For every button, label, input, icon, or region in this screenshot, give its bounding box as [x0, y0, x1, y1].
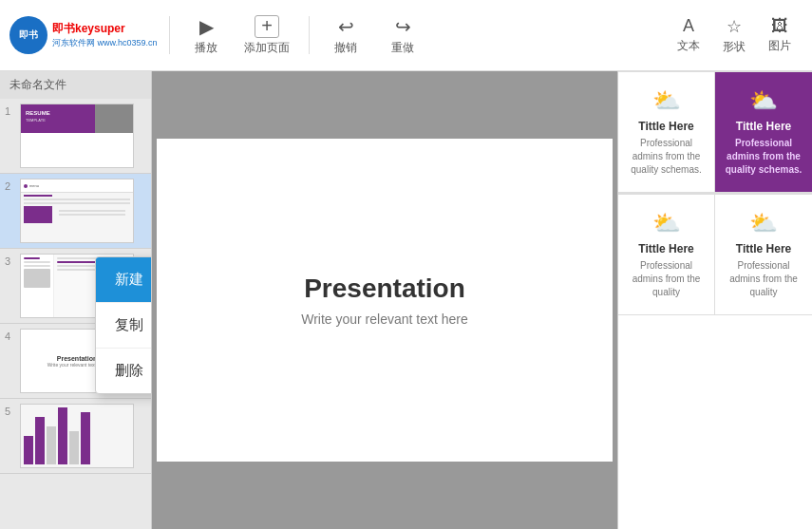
- panel-cell-title-4: Tittle Here: [736, 242, 791, 255]
- canvas-area[interactable]: Presentation Write your relevant text he…: [152, 71, 617, 529]
- main-area: 未命名文件 1 RESUME TEMPLATE 2 menu: [0, 71, 812, 529]
- cloud-icon-3: ⛅: [652, 210, 681, 236]
- slide-thumb-1: RESUME TEMPLATE: [20, 104, 134, 168]
- panel-cell-text-2: Professional admins from the quality sch…: [725, 137, 803, 177]
- file-title: 未命名文件: [0, 71, 151, 99]
- add-page-button[interactable]: + 添加页面: [244, 15, 290, 56]
- play-icon: ▶: [199, 15, 214, 38]
- shape-icon: ☆: [727, 16, 742, 37]
- context-menu-item-copy[interactable]: 复制: [96, 303, 152, 349]
- undo-button[interactable]: ↩ 撤销: [334, 15, 357, 56]
- slide-item-2[interactable]: 2 menu: [0, 174, 151, 249]
- context-menu: 新建 复制 删除: [95, 256, 152, 394]
- slide-thumb-5: [20, 404, 134, 468]
- canvas-subtitle: Write your relevant text here: [301, 312, 468, 327]
- canvas-title: Presentation: [304, 274, 465, 304]
- panel-row-1: ⛅ Tittle Here Professional admins from t…: [618, 72, 812, 194]
- slide-panel: 未命名文件 1 RESUME TEMPLATE 2 menu: [0, 71, 152, 529]
- logo-area: 即书 即书keysuper 河东软件网 www.hc0359.cn: [9, 16, 161, 54]
- slide-canvas: Presentation Write your relevant text he…: [157, 139, 613, 462]
- right-tools: A 文本 ☆ 形状 🖼 图片: [666, 16, 803, 55]
- panel-cell-2[interactable]: ⛅ Tittle Here Professional admins from t…: [715, 72, 812, 193]
- panel-cell-text-4: Professional admins from the quality: [725, 259, 803, 299]
- panel-cell-1[interactable]: ⛅ Tittle Here Professional admins from t…: [618, 72, 715, 193]
- cloud-icon-2: ⛅: [749, 87, 778, 114]
- logo-text: 即书keysuper 河东软件网 www.hc0359.cn: [52, 21, 158, 48]
- logo-icon: 即书: [9, 16, 47, 54]
- toolbar: 即书 即书keysuper 河东软件网 www.hc0359.cn ▶ 播放 +…: [0, 0, 812, 71]
- redo-button[interactable]: ↪ 重做: [391, 15, 414, 56]
- cloud-icon-1: ⛅: [652, 87, 681, 114]
- text-tool-button[interactable]: A 文本: [677, 16, 700, 54]
- panel-cell-3[interactable]: ⛅ Tittle Here Professional admins from t…: [618, 195, 715, 315]
- context-menu-item-delete[interactable]: 删除: [96, 349, 152, 393]
- panel-cell-4[interactable]: ⛅ Tittle Here Professional admins from t…: [715, 195, 812, 315]
- slide-item-1[interactable]: 1 RESUME TEMPLATE: [0, 99, 151, 174]
- redo-icon: ↪: [395, 15, 411, 38]
- slide-item-5[interactable]: 5: [0, 399, 151, 474]
- slide-thumb-2: menu: [20, 179, 134, 243]
- cloud-icon-4: ⛅: [749, 210, 778, 236]
- image-icon: 🖼: [771, 16, 788, 36]
- panel-cell-text-3: Professional admins from the quality: [628, 259, 705, 299]
- toolbar-divider-1: [169, 16, 170, 54]
- toolbar-divider-2: [309, 16, 310, 54]
- text-icon: A: [683, 16, 694, 36]
- undo-icon: ↩: [338, 15, 354, 38]
- play-button[interactable]: ▶ 播放: [195, 15, 217, 56]
- panel-row-2: ⛅ Tittle Here Professional admins from t…: [618, 195, 812, 315]
- shape-tool-button[interactable]: ☆ 形状: [723, 16, 746, 55]
- panel-cell-text-1: Professional admins from the quality sch…: [628, 137, 705, 177]
- panel-cell-title-3: Tittle Here: [638, 242, 693, 255]
- panel-cell-title-1: Tittle Here: [638, 120, 693, 133]
- right-panel: ⛅ Tittle Here Professional admins from t…: [617, 71, 812, 529]
- panel-cell-title-2: Tittle Here: [736, 120, 791, 133]
- context-menu-item-new[interactable]: 新建: [96, 257, 152, 303]
- image-tool-button[interactable]: 🖼 图片: [768, 16, 791, 54]
- plus-icon: +: [255, 15, 279, 38]
